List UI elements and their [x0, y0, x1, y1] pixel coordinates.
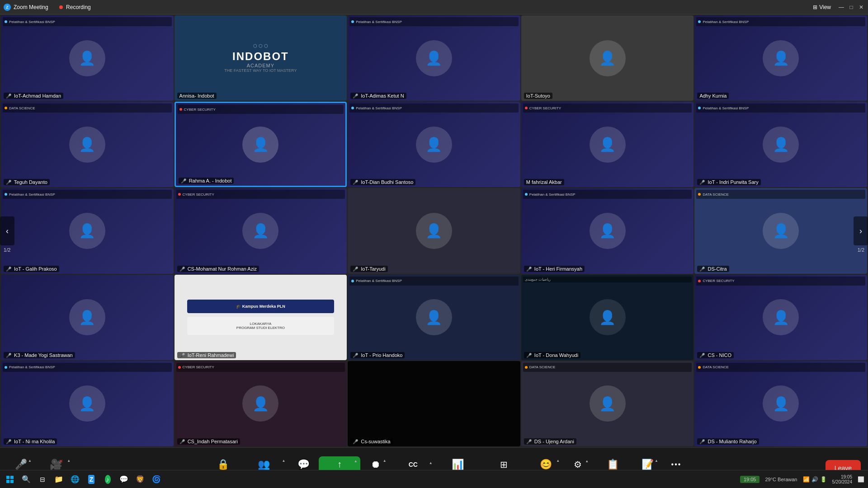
- participant-cell-23[interactable]: 🎤 Cs-suwastika: [348, 361, 520, 446]
- recording-label: Recording: [66, 4, 91, 10]
- banner-dot: [525, 193, 528, 196]
- participant-cell-10[interactable]: Pelatihan & Sertifikasi BNSP 👤 🎤 IoT - I…: [694, 102, 867, 187]
- participant-cell-3[interactable]: Pelatihan & Sertifikasi BNSP 👤 🎤 IoT-Adi…: [348, 15, 520, 101]
- participant-name-14: 🎤 IoT - Heri Firmansyah: [524, 266, 585, 272]
- avatar: 👤: [416, 127, 452, 163]
- participant-cell-24[interactable]: DATA SCIENCE 👤 🎤 DS - Ujeng Ardani: [521, 361, 694, 446]
- taskbar-app-explorer[interactable]: 📁: [52, 473, 65, 486]
- cell-banner-12: CYBER SECURITY: [176, 190, 345, 199]
- taskbar-app-brave[interactable]: 🦁: [134, 473, 146, 486]
- participant-name-25: 🎤 DS - Mulianto Raharjo: [697, 438, 759, 445]
- indobot-logo: ⬡ ⬡ ⬡ INDOBOT ACADEMY THE FASTEST WAY TO…: [224, 43, 297, 73]
- mic-icon-3: 🎤: [353, 94, 358, 99]
- windows-start-button[interactable]: [4, 473, 16, 486]
- cell-banner-10: Pelatihan & Sertifikasi BNSP: [696, 103, 865, 113]
- task-view-icon: ⊟: [40, 476, 45, 483]
- participant-cell-17[interactable]: 🎓 Kampus Merdeka PLN LOKAKARYAPROGRAM ST…: [175, 275, 347, 360]
- minimize-button[interactable]: —: [838, 4, 844, 10]
- avatar: 👤: [69, 299, 105, 335]
- banner-dot: [525, 107, 528, 109]
- cell-banner-22: CYBER SECURITY: [176, 363, 345, 372]
- banner-dot: [351, 107, 354, 109]
- taskbar-right: 19:05 29°C Berawan 📶 🔊 🔋 19:05 5/20/2024…: [740, 474, 864, 484]
- show-desktop-button[interactable]: ⬜: [858, 476, 864, 483]
- participant-cell-11[interactable]: Pelatihan & Sertifikasi BNSP 👤 🎤 IoT - G…: [1, 188, 174, 273]
- participant-cell-16[interactable]: 👤 🎤 K3 - Made Yogi Sastrawan: [1, 275, 174, 360]
- next-page-button[interactable]: ›: [854, 216, 868, 245]
- view-button[interactable]: ⊞ View: [813, 4, 831, 10]
- avatar: 👤: [416, 40, 452, 76]
- participant-cell-8[interactable]: Pelatihan & Sertifikasi BNSP 👤 🎤 IoT-Dia…: [348, 102, 520, 187]
- search-button[interactable]: 🔍: [20, 473, 33, 486]
- mic-icon-6: 🎤: [6, 180, 11, 185]
- avatar: 👤: [590, 213, 626, 249]
- participant-cell-14[interactable]: Pelatihan & Sertifikasi BNSP 👤 🎤 IoT - H…: [521, 188, 694, 273]
- participant-cell-22[interactable]: CYBER SECURITY 👤 🎤 CS_Indah Permatasari: [175, 361, 347, 446]
- close-button[interactable]: ✕: [858, 4, 864, 10]
- banner-dot: [698, 107, 701, 109]
- avatar: 👤: [69, 213, 105, 249]
- taskbar-app-browser[interactable]: 🌐: [69, 473, 81, 486]
- prev-page-button[interactable]: ‹: [0, 216, 14, 245]
- participant-cell-19[interactable]: ریاضیات جمع‌بندی 👤 🎤 IoT - Dona Wahyudi: [521, 275, 694, 360]
- participant-cell-2[interactable]: ⬡ ⬡ ⬡ INDOBOT ACADEMY THE FASTEST WAY TO…: [175, 15, 347, 101]
- participant-cell-9[interactable]: CYBER SECURITY 👤 M fahrizal Akbar: [521, 102, 694, 187]
- participant-cell-25[interactable]: DATA SCIENCE 👤 🎤 DS - Mulianto Raharjo: [694, 361, 867, 446]
- title-bar: Z Zoom Meeting Recording ⊞ View — □ ✕: [0, 0, 868, 14]
- mic-icon-14: 🎤: [526, 267, 532, 272]
- video-placeholder: 👤: [694, 361, 867, 446]
- participant-cell-6[interactable]: DATA SCIENCE 👤 🎤 Teguh Dayanto: [1, 102, 174, 187]
- participant-cell-21[interactable]: Pelatihan & Sertifikasi BNSP 👤 🎤 IoT - N…: [1, 361, 174, 446]
- banner-dot: [5, 20, 7, 23]
- video-placeholder: 👤: [1, 275, 174, 360]
- presentation-preview: 🎓 Kampus Merdeka PLN LOKAKARYAPROGRAM ST…: [175, 275, 347, 360]
- breakout-icon: [500, 459, 508, 470]
- weather-display: 29°C Berawan: [765, 477, 797, 482]
- participant-name-13: 🎤 IoT-Taryudi: [350, 266, 387, 272]
- participant-cell-15[interactable]: DATA SCIENCE 👤 🎤 DS-Citra: [694, 188, 867, 273]
- participant-cell-5[interactable]: Pelatihan & Sertifikasi BNSP 👤 Adhy Kurn…: [694, 15, 867, 101]
- mic-icon-1: 🎤: [6, 94, 11, 99]
- mic-icon-13: 🎤: [353, 267, 358, 272]
- participant-cell-18[interactable]: Pelatihan & Sertifikasi BNSP 👤 🎤 IoT - P…: [348, 275, 520, 360]
- taskbar-app-whatsapp[interactable]: 💬: [118, 473, 130, 486]
- mic-icon-12: 🎤: [179, 267, 185, 272]
- taskbar-app-edge[interactable]: 🌀: [150, 473, 163, 486]
- whiteboards-icon: [607, 459, 619, 470]
- video-placeholder: 👤: [694, 275, 867, 360]
- participant-name-1: 🎤 IoT-Achmad Hamdan: [4, 93, 63, 99]
- participant-cell-7[interactable]: CYBER SECURITY 👤 🎤 Rahma A. - Indobot: [175, 102, 347, 187]
- participant-name-20: 🎤 CS - NICO: [697, 352, 734, 358]
- video-placeholder: 👤: [176, 103, 346, 186]
- cell-banner-5: Pelatihan & Sertifikasi BNSP: [696, 17, 865, 26]
- video-placeholder: 👤: [694, 15, 867, 101]
- participant-name-11: 🎤 IoT - Galih Prakoso: [4, 266, 59, 272]
- taskbar-app-zoom[interactable]: Z: [85, 473, 98, 486]
- task-view-button[interactable]: ⊟: [36, 473, 49, 486]
- taskbar-app-spotify[interactable]: ♪: [101, 473, 114, 486]
- mic-icon-16: 🎤: [6, 353, 11, 358]
- chevron-right-icon: ›: [859, 226, 862, 236]
- video-caret: ▲: [67, 459, 71, 463]
- cell-banner-1: Pelatihan & Sertifikasi BNSP: [3, 17, 172, 26]
- grid-icon: ⊞: [813, 4, 817, 10]
- mic-icon-21: 🎤: [6, 439, 11, 444]
- participant-cell-20[interactable]: CYBER SECURITY 👤 🎤 CS - NICO: [694, 275, 867, 360]
- participant-cell-13[interactable]: 👤 🎤 IoT-Taryudi: [348, 188, 520, 273]
- reactions-caret: ▲: [556, 459, 560, 463]
- mic-icon-11: 🎤: [6, 267, 11, 272]
- participant-cell-12[interactable]: CYBER SECURITY 👤 🎤 CS-Mohamat Nur Rohman…: [175, 188, 347, 273]
- cell-banner-18: Pelatihan & Sertifikasi BNSP: [349, 277, 519, 286]
- recording-dot: [59, 5, 63, 9]
- participant-cell-1[interactable]: Pelatihan & Sertifikasi BNSP 👤 🎤 IoT-Ach…: [1, 15, 174, 101]
- maximize-button[interactable]: □: [848, 4, 854, 10]
- taskbar-left: 🔍 ⊟ 📁 🌐 Z ♪ 💬 🦁 🌀: [4, 473, 163, 486]
- video-placeholder: 👤: [348, 102, 520, 187]
- video-placeholder: 👤: [521, 275, 694, 360]
- video-placeholder: 👤: [1, 15, 174, 101]
- video-grid: Pelatihan & Sertifikasi BNSP 👤 🎤 IoT-Ach…: [0, 14, 868, 447]
- video-placeholder: 👤: [348, 15, 520, 101]
- banner-dot: [351, 20, 354, 23]
- time-display: 19:05: [744, 477, 756, 482]
- participant-cell-4[interactable]: 👤 IoT-Sutoyo: [521, 15, 694, 101]
